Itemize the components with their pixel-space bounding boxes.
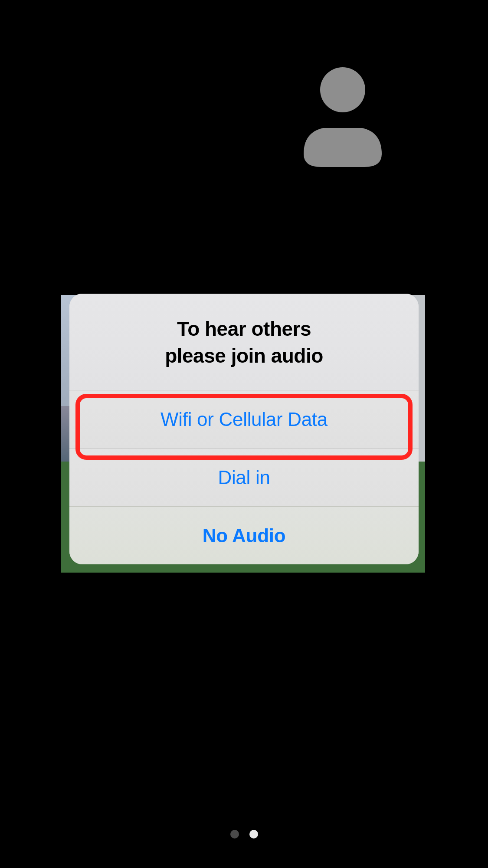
svg-point-0 <box>320 67 365 112</box>
page-dot-1[interactable] <box>249 830 258 839</box>
page-indicator[interactable] <box>230 830 258 839</box>
action-sheet-header: To hear others please join audio <box>69 294 419 390</box>
no-audio-option[interactable]: No Audio <box>69 506 419 564</box>
join-audio-action-sheet: To hear others please join audio Wifi or… <box>69 294 419 564</box>
wifi-or-cellular-data-option[interactable]: Wifi or Cellular Data <box>69 390 419 448</box>
action-sheet-title: To hear others please join audio <box>87 315 401 369</box>
dial-in-option[interactable]: Dial in <box>69 448 419 506</box>
page-dot-0[interactable] <box>230 830 239 839</box>
title-line-1: To hear others <box>177 318 311 340</box>
participant-placeholder-icon <box>299 67 386 167</box>
title-line-2: please join audio <box>165 344 323 367</box>
